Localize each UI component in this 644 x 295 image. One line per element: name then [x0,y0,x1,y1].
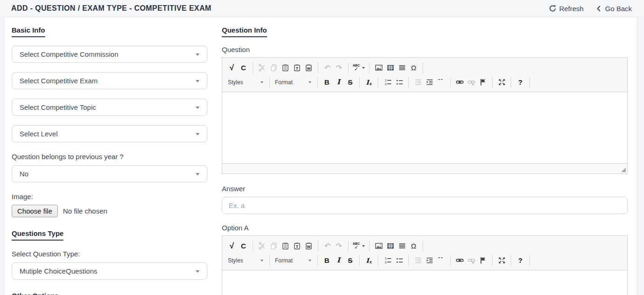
numbered-list-button[interactable]: 1 2 [382,76,393,88]
special-character-button[interactable]: Ω [408,62,419,74]
remove-format-button[interactable]: Ix [363,255,375,266]
paste-button[interactable] [280,240,291,252]
numbered-list-icon: 1 2 [384,78,392,86]
link-button[interactable] [454,76,466,88]
toolbar-group: ” [412,77,451,88]
blockquote-button[interactable]: ” [435,76,447,88]
image-button[interactable] [373,62,384,74]
bulleted-list-button[interactable] [393,255,405,266]
paste-icon [281,64,289,72]
question-editor-area[interactable] [222,92,627,163]
toolbar-row: √C T W↶↷ABC✓ Ω [226,60,623,75]
blockquote-icon: ” [438,79,445,86]
strikethrough-icon: S [348,257,352,264]
image-button[interactable] [373,240,384,252]
answer-input[interactable] [222,197,628,214]
paste-button[interactable] [280,62,291,74]
competitive-exam-select[interactable]: Select Competitive Exam [12,72,207,89]
toolbar-group: Ω [373,241,423,252]
toolbar-group: ↶↷ [322,62,349,74]
outdent-button [412,76,424,88]
indent-button[interactable] [424,76,435,88]
remove-format-button[interactable]: Ix [363,76,375,88]
maximize-button[interactable] [496,255,507,266]
letter-c-icon: C [241,64,246,71]
blockquote-button[interactable]: ” [435,255,447,266]
square-root-formula-button[interactable]: √ [226,240,238,252]
spellcheck-button[interactable]: ABC✓ [352,62,366,74]
chevron-down-icon [196,270,199,273]
option-a-editor-area[interactable] [222,270,627,295]
question-editor-toolbar: √C T W↶↷ABC✓ ΩStylesFormatBISIx1 2 ” [222,58,627,92]
indent-button[interactable] [424,255,435,266]
unlink-button [466,255,477,266]
indent-icon [425,256,434,264]
refresh-button[interactable]: Refresh [549,5,584,13]
chevron-down-icon [308,260,311,261]
paste-plain-text-button[interactable]: T [291,62,303,74]
editor-resize-handle[interactable] [621,168,626,172]
square-root-formula-button[interactable]: √ [226,62,238,74]
paste-from-word-button[interactable]: W [303,62,315,74]
strikethrough-button[interactable]: S [344,76,356,88]
special-character-button[interactable]: Ω [408,240,419,252]
italic-button[interactable]: I [333,76,344,88]
select-value: Select Competitive Commission [20,50,118,58]
link-button[interactable] [454,255,466,266]
format-combo[interactable]: Format [273,255,314,266]
format-combo-label: Format [275,79,293,86]
competitive-topic-select[interactable]: Select Competitive Topic [12,99,207,116]
horizontal-lines-icon [398,242,406,250]
bold-button[interactable]: B [321,76,333,88]
image-label: Image: [12,193,207,201]
help-button[interactable]: ? [514,76,526,88]
previous-year-select[interactable]: No [12,165,207,182]
anchor-flag-button[interactable] [477,76,489,88]
italic-button[interactable]: I [333,255,344,266]
bulleted-list-button[interactable] [393,76,405,88]
indent-icon [425,78,434,86]
question-type-select[interactable]: Mutiple ChoiceQuestions [12,262,207,280]
paste-plain-text-button[interactable]: T [291,240,303,252]
cut-icon [258,242,266,250]
anchor-flag-button[interactable] [477,255,489,266]
numbered-list-button[interactable]: 1 2 [382,255,393,266]
horizontal-lines-button[interactable] [396,240,408,252]
toolbar-group: ? [514,255,530,266]
paste-from-word-button[interactable]: W [303,240,315,252]
bold-button[interactable]: B [321,255,333,266]
header-bar: ADD - QUESTION / EXAM TYPE - COMPETITIVE… [0,0,644,17]
level-select[interactable]: Select Level [12,125,207,142]
toolbar-group: Ix [363,255,378,266]
special-character-icon: Ω [411,64,416,71]
letter-c-button[interactable]: C [238,62,249,74]
styles-combo[interactable]: Styles [226,255,266,266]
link-icon [455,256,464,264]
copy-button [268,240,280,252]
maximize-button[interactable] [496,76,507,88]
chevron-down-icon [196,54,199,56]
help-button[interactable]: ? [514,255,526,266]
toolbar-group: ABC✓ [352,241,370,252]
select-value: Mutiple ChoiceQuestions [20,267,97,275]
format-combo[interactable]: Format [273,77,314,88]
undo-button: ↶ [322,62,333,74]
letter-c-button[interactable]: C [238,240,249,252]
table-button[interactable] [384,62,396,74]
spellcheck-icon: ABC✓ [353,242,360,250]
file-status-text: No file chosen [63,207,107,215]
svg-text:W: W [307,245,310,249]
select-value: Select Level [20,130,58,138]
competitive-commission-select[interactable]: Select Competitive Commission [12,46,207,63]
table-button[interactable] [384,240,396,252]
horizontal-lines-button[interactable] [396,62,408,74]
strikethrough-button[interactable]: S [344,255,356,266]
redo-icon: ↷ [336,64,342,72]
redo-button: ↷ [333,240,345,252]
toolbar-group: T W [256,62,318,74]
styles-combo[interactable]: Styles [226,77,266,88]
select-value: Select Competitive Topic [20,103,96,111]
go-back-button[interactable]: Go Back [596,5,632,13]
spellcheck-button[interactable]: ABC✓ [352,240,366,252]
choose-file-button[interactable]: Choose file [12,205,58,217]
